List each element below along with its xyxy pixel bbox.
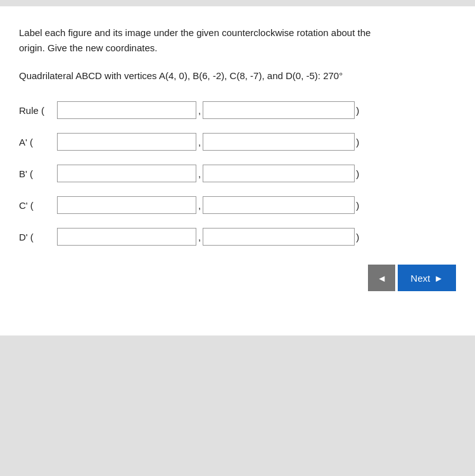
prev-button[interactable]: ◄ <box>368 265 395 291</box>
b-prime-input-y[interactable] <box>203 165 355 182</box>
rule-input-y[interactable] <box>203 101 355 119</box>
rule-close-paren: ) <box>356 105 359 116</box>
d-prime-label: D' ( <box>19 232 57 242</box>
d-prime-row: D' ( , ) <box>19 228 456 246</box>
c-prime-input-group: , ) <box>57 196 456 214</box>
b-prime-input-group: , ) <box>57 165 456 182</box>
rule-label: Rule ( <box>19 105 57 116</box>
d-prime-input-y[interactable] <box>203 228 355 246</box>
main-card: Label each figure and its image under th… <box>0 6 475 335</box>
next-label: Next <box>410 273 430 284</box>
b-prime-close-paren: ) <box>356 168 359 179</box>
c-prime-input-x[interactable] <box>57 196 196 214</box>
b-prime-row: B' ( , ) <box>19 165 456 182</box>
d-prime-comma: , <box>198 232 201 242</box>
a-prime-input-group: , ) <box>57 133 456 151</box>
a-prime-comma: , <box>198 137 201 147</box>
c-prime-close-paren: ) <box>356 200 359 211</box>
c-prime-input-y[interactable] <box>203 196 355 214</box>
bottom-bar: ◄ Next ► <box>19 265 456 291</box>
a-prime-label: A' ( <box>19 137 57 147</box>
d-prime-close-paren: ) <box>356 232 359 242</box>
c-prime-comma: , <box>198 200 201 211</box>
d-prime-input-group: , ) <box>57 228 456 246</box>
c-prime-row: C' ( , ) <box>19 196 456 214</box>
rule-input-group: , ) <box>57 101 456 119</box>
d-prime-input-x[interactable] <box>57 228 196 246</box>
a-prime-close-paren: ) <box>356 137 359 147</box>
instructions: Label each figure and its image under th… <box>19 25 456 56</box>
b-prime-comma: , <box>198 168 201 179</box>
b-prime-input-x[interactable] <box>57 165 196 182</box>
a-prime-input-y[interactable] <box>203 133 355 151</box>
question-text: Quadrilateral ABCD with vertices A(4, 0)… <box>19 68 456 84</box>
instructions-line1: Label each figure and its image under th… <box>19 27 370 38</box>
a-prime-row: A' ( , ) <box>19 133 456 151</box>
b-prime-label: B' ( <box>19 168 57 179</box>
a-prime-input-x[interactable] <box>57 133 196 151</box>
c-prime-label: C' ( <box>19 200 57 211</box>
rule-comma: , <box>198 105 201 116</box>
prev-arrow-icon: ◄ <box>377 273 386 284</box>
next-arrow-icon: ► <box>434 273 443 284</box>
rule-input-x[interactable] <box>57 101 196 119</box>
next-button[interactable]: Next ► <box>398 265 456 291</box>
instructions-line2: origin. Give the new coordinates. <box>19 42 157 53</box>
rule-row: Rule ( , ) <box>19 101 456 119</box>
